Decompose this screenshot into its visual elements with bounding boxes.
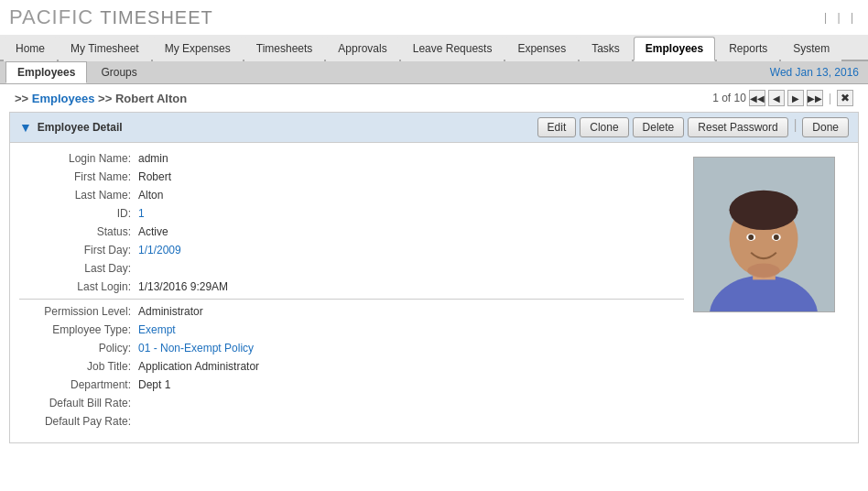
detail-body: Login Name:adminFirst Name:RobertLast Na… xyxy=(10,143,858,442)
field-label: ID: xyxy=(19,207,138,220)
breadcrumb-bar: >> Employees >> Robert Alton 1 of 10 ◀◀ … xyxy=(0,84,868,112)
nav-tab-approvals[interactable]: Approvals xyxy=(326,37,398,61)
main-fields: Login Name:adminFirst Name:RobertLast Na… xyxy=(19,152,684,293)
field-value: Application Administrator xyxy=(138,360,259,373)
nav-tab-system[interactable]: System xyxy=(781,37,841,61)
field-value: Active xyxy=(138,225,168,238)
nav-tab-timesheets[interactable]: Timesheets xyxy=(244,37,325,61)
field-label: Employee Type: xyxy=(19,323,138,336)
field-value[interactable]: 01 - Non-Exempt Policy xyxy=(138,342,254,355)
field-label: Policy: xyxy=(19,342,138,355)
field-value[interactable]: 1/1/2009 xyxy=(138,244,181,256)
field-row: Login Name:admin xyxy=(19,152,684,165)
header-links: | | | xyxy=(819,11,859,24)
nav-tab-expenses[interactable]: Expenses xyxy=(505,37,578,61)
field-value[interactable]: Exempt xyxy=(138,323,176,336)
field-row: ID:1 xyxy=(19,207,684,220)
field-row: Status:Active xyxy=(19,225,684,238)
logo-timesheet: TIMESHEET xyxy=(100,7,212,27)
field-row: Department:Dept 1 xyxy=(19,378,684,391)
field-row: Default Pay Rate: xyxy=(19,415,684,428)
field-label: Last Name: xyxy=(19,189,138,202)
sub-tabs: EmployeesGroups Wed Jan 13, 2016 xyxy=(0,61,868,84)
main-content: ▼ Employee Detail Edit Clone Delete Rese… xyxy=(9,112,859,443)
fields-left: Login Name:adminFirst Name:RobertLast Na… xyxy=(10,152,693,433)
logo: PACIFIC TIMESHEET xyxy=(9,5,213,29)
field-value[interactable]: 1 xyxy=(138,207,145,220)
pagination: 1 of 10 ◀◀ ◀ ▶ ▶▶ | ✖ xyxy=(712,90,853,106)
permission-fields: Permission Level:AdministratorEmployee T… xyxy=(19,305,684,428)
detail-buttons: Edit Clone Delete Reset Password | Done xyxy=(537,117,849,137)
nav-tabs: HomeMy TimesheetMy ExpensesTimesheetsApp… xyxy=(0,35,868,61)
breadcrumb-section[interactable]: Employees xyxy=(32,92,95,105)
nav-tab-reports[interactable]: Reports xyxy=(717,37,779,61)
svg-point-7 xyxy=(748,235,754,240)
field-value: Alton xyxy=(138,189,163,202)
field-label: Status: xyxy=(19,225,138,238)
field-value: Robert xyxy=(138,170,171,183)
sub-tab-groups[interactable]: Groups xyxy=(89,61,148,83)
field-row: Job Title:Application Administrator xyxy=(19,360,684,373)
field-label: First Name: xyxy=(19,170,138,183)
breadcrumb-page: Robert Alton xyxy=(115,92,187,105)
field-value: 1/13/2016 9:29AM xyxy=(138,280,228,293)
sub-tab-employees[interactable]: Employees xyxy=(5,61,87,83)
detail-header: ▼ Employee Detail Edit Clone Delete Rese… xyxy=(10,113,858,143)
field-row: First Day:1/1/2009 xyxy=(19,244,684,256)
field-label: Default Bill Rate: xyxy=(19,397,138,409)
clone-button[interactable]: Clone xyxy=(580,117,628,137)
pagination-count: 1 of 10 xyxy=(712,92,746,104)
field-value: Dept 1 xyxy=(138,378,170,391)
field-value: Administrator xyxy=(138,305,203,318)
field-label: Default Pay Rate: xyxy=(19,415,138,428)
field-row: Last Day: xyxy=(19,262,684,275)
detail-title-arrow: ▼ xyxy=(19,120,32,135)
field-row: Default Bill Rate: xyxy=(19,397,684,409)
first-page-button[interactable]: ◀◀ xyxy=(749,90,765,106)
detail-title-text: Employee Detail xyxy=(38,121,123,134)
breadcrumb-prefix: >> xyxy=(15,92,32,105)
svg-point-9 xyxy=(747,264,780,278)
field-row: Permission Level:Administrator xyxy=(19,305,684,318)
edit-button[interactable]: Edit xyxy=(537,117,577,137)
nav-tab-leave-requests[interactable]: Leave Requests xyxy=(401,37,505,61)
field-row: First Name:Robert xyxy=(19,170,684,183)
last-page-button[interactable]: ▶▶ xyxy=(807,90,823,106)
nav-tab-employees[interactable]: Employees xyxy=(634,37,715,61)
done-button[interactable]: Done xyxy=(802,117,849,137)
next-page-button[interactable]: ▶ xyxy=(787,90,804,106)
field-value: admin xyxy=(138,152,168,165)
page-header: PACIFIC TIMESHEET | | | xyxy=(0,0,868,35)
close-button[interactable]: ✖ xyxy=(837,90,853,106)
employee-photo-svg xyxy=(694,157,834,312)
field-label: First Day: xyxy=(19,244,138,256)
field-label: Permission Level: xyxy=(19,305,138,318)
btn-separator: | xyxy=(794,117,797,137)
field-label: Department: xyxy=(19,378,138,391)
nav-tab-tasks[interactable]: Tasks xyxy=(580,37,632,61)
delete-button[interactable]: Delete xyxy=(633,117,685,137)
breadcrumb-separator: >> xyxy=(98,92,115,105)
field-label: Job Title: xyxy=(19,360,138,373)
pagination-sep: | xyxy=(829,92,831,104)
detail-panel: ▼ Employee Detail Edit Clone Delete Rese… xyxy=(9,112,859,443)
date-display: Wed Jan 13, 2016 xyxy=(766,62,863,82)
section-divider xyxy=(19,299,684,300)
prev-page-button[interactable]: ◀ xyxy=(768,90,785,106)
employee-photo xyxy=(693,157,840,433)
breadcrumb: >> Employees >> Robert Alton xyxy=(15,92,187,105)
field-row: Last Name:Alton xyxy=(19,189,684,202)
photo-placeholder xyxy=(693,157,835,312)
reset-password-button[interactable]: Reset Password xyxy=(688,117,787,137)
svg-point-4 xyxy=(729,191,797,230)
field-label: Login Name: xyxy=(19,152,138,165)
field-row: Policy:01 - Non-Exempt Policy xyxy=(19,342,684,355)
detail-title: ▼ Employee Detail xyxy=(19,120,123,135)
sub-tabs-left: EmployeesGroups xyxy=(5,61,151,83)
nav-tab-my-expenses[interactable]: My Expenses xyxy=(153,37,243,61)
logo-pacific: PACIFIC xyxy=(9,5,93,28)
field-label: Last Login: xyxy=(19,280,138,293)
field-row: Last Login:1/13/2016 9:29AM xyxy=(19,280,684,293)
nav-tab-home[interactable]: Home xyxy=(4,37,57,61)
nav-tab-my-timesheet[interactable]: My Timesheet xyxy=(59,37,151,61)
